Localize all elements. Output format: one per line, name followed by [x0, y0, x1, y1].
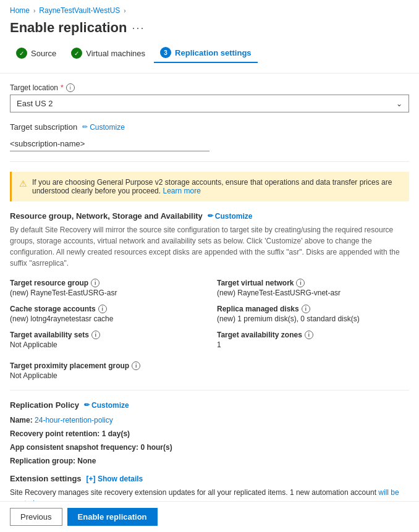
- field-cache-storage: Cache storage accounts i (new) lotng4ray…: [10, 305, 202, 323]
- avail-sets-info-icon[interactable]: i: [91, 331, 100, 339]
- resource-col-1: Target resource group i (new) RayneTest-…: [10, 279, 202, 357]
- field-key-target-vnet: Target virtual network i: [217, 279, 409, 287]
- resource-fields-grid: Target resource group i (new) RayneTest-…: [10, 279, 409, 357]
- field-key-cache-storage: Cache storage accounts i: [10, 305, 202, 313]
- extension-title: Extension settings [+] Show details: [10, 474, 409, 483]
- step-settings[interactable]: 3 Replication settings: [154, 43, 258, 63]
- enable-replication-button[interactable]: Enable replication: [67, 508, 158, 526]
- field-target-resource-group: Target resource group i (new) RayneTest-…: [10, 279, 202, 297]
- target-subscription-label: Target subscription: [10, 122, 77, 132]
- field-value-replica-disks: (new) 1 premium disk(s), 0 standard disk…: [217, 315, 409, 323]
- breadcrumb-vault[interactable]: RayneTestVault-WestUS: [39, 6, 120, 15]
- target-location-select[interactable]: East US 2 ⌄: [10, 95, 409, 112]
- policy-group-value: None: [77, 457, 96, 465]
- subscription-value: <subscription-name>: [10, 137, 210, 151]
- more-options-icon[interactable]: ···: [132, 22, 145, 35]
- footer: Previous Enable replication: [0, 501, 419, 532]
- field-value-target-avail-sets: Not Applicable: [10, 340, 202, 349]
- field-value-proximity-group: Not Applicable: [10, 371, 409, 380]
- avail-zones-info-icon[interactable]: i: [305, 331, 313, 339]
- target-location-value: East US 2: [17, 99, 53, 108]
- target-location-label: Target location * i: [10, 83, 409, 92]
- policy-name-link[interactable]: 24-hour-retention-policy: [35, 416, 113, 424]
- policy-snapshot-value: 0 hour(s): [140, 443, 172, 452]
- target-location-info-icon[interactable]: i: [66, 83, 75, 92]
- replica-disks-info-icon[interactable]: i: [302, 305, 310, 313]
- target-vnet-info-icon[interactable]: i: [296, 279, 305, 287]
- policy-recovery-value: 1 day(s): [102, 429, 130, 438]
- policy-snapshot-label: App consistent snapshot frequency:: [10, 443, 138, 452]
- field-target-avail-sets: Target availability sets i Not Applicabl…: [10, 331, 202, 349]
- field-replica-disks: Replica managed disks i (new) 1 premium …: [217, 305, 409, 323]
- field-value-target-avail-zones: 1: [217, 340, 409, 349]
- resource-customize-link[interactable]: ✏ Customize: [208, 212, 253, 221]
- field-key-target-avail-zones: Target availability zones i: [217, 331, 409, 339]
- step-vms[interactable]: ✓ Virtual machines: [65, 44, 151, 62]
- pencil-icon: ✏: [82, 123, 88, 131]
- resource-section-title: Resource group, Network, Storage and Ava…: [10, 211, 409, 221]
- field-target-vnet: Target virtual network i (new) RayneTest…: [217, 279, 409, 297]
- policy-name-label: Name:: [10, 416, 33, 424]
- step-source-check-icon: ✓: [16, 48, 27, 59]
- field-proximity-group: Target proximity placement group i Not A…: [10, 361, 409, 380]
- learn-more-link[interactable]: Learn more: [163, 187, 200, 195]
- policy-group-label: Replication group:: [10, 457, 75, 465]
- policy-section: Replication Policy ✏ Customize Name: 24-…: [10, 400, 409, 467]
- page-header: Enable replication ···: [0, 17, 419, 43]
- resource-section-description: By default Site Recovery will mirror the…: [10, 224, 409, 269]
- proximity-group-info-icon[interactable]: i: [132, 361, 140, 370]
- divider-1: [10, 161, 409, 162]
- breadcrumb-home[interactable]: Home: [10, 6, 30, 15]
- field-key-target-avail-sets: Target availability sets i: [10, 331, 202, 339]
- step-settings-number-icon: 3: [160, 47, 171, 58]
- wizard-steps: ✓ Source ✓ Virtual machines 3 Replicatio…: [0, 43, 419, 74]
- policy-recovery-label: Recovery point retention:: [10, 429, 99, 438]
- policy-group: Replication group: None: [10, 455, 409, 467]
- field-key-replica-disks: Replica managed disks i: [217, 305, 409, 313]
- breadcrumb-sep1: ›: [33, 7, 35, 14]
- step-settings-label: Replication settings: [175, 48, 252, 57]
- resource-col-2: Target virtual network i (new) RayneTest…: [217, 279, 409, 357]
- field-value-cache-storage: (new) lotng4raynetestasr cache: [10, 315, 202, 323]
- page-title: Enable replication: [10, 20, 127, 36]
- policy-name: Name: 24-hour-retention-policy: [10, 415, 409, 426]
- step-vms-check-icon: ✓: [71, 48, 82, 59]
- policy-recovery: Recovery point retention: 1 day(s): [10, 428, 409, 439]
- field-value-target-vnet: (new) RayneTest-EastUSRG-vnet-asr: [217, 289, 409, 297]
- field-key-proximity-group: Target proximity placement group i: [10, 361, 409, 370]
- breadcrumb: Home › RayneTestVault-WestUS ›: [0, 0, 419, 17]
- policy-snapshot: App consistent snapshot frequency: 0 hou…: [10, 442, 409, 453]
- policy-title: Replication Policy ✏ Customize: [10, 400, 409, 410]
- step-vms-label: Virtual machines: [86, 49, 145, 58]
- warning-triangle-icon: ⚠: [19, 179, 27, 188]
- target-subscription-row: Target subscription ✏ Customize: [10, 122, 409, 132]
- step-source-label: Source: [31, 49, 56, 58]
- resource-pencil-icon: ✏: [208, 212, 213, 220]
- show-details-link[interactable]: [+] Show details: [87, 475, 143, 483]
- cache-storage-info-icon[interactable]: i: [98, 305, 107, 313]
- main-content: Target location * i East US 2 ⌄ Target s…: [0, 74, 419, 532]
- policy-pencil-icon: ✏: [84, 401, 90, 409]
- field-key-target-resource-group: Target resource group i: [10, 279, 202, 287]
- divider-2: [10, 390, 409, 391]
- field-value-target-resource-group: (new) RayneTest-EastUSRG-asr: [10, 289, 202, 297]
- target-subscription-customize[interactable]: ✏ Customize: [82, 123, 125, 132]
- target-rg-info-icon[interactable]: i: [91, 279, 99, 287]
- step-source[interactable]: ✓ Source: [10, 44, 62, 62]
- warning-text: If you are choosing General Purpose v2 s…: [32, 178, 402, 195]
- chevron-down-icon: ⌄: [396, 99, 402, 108]
- field-target-avail-zones: Target availability zones i 1: [217, 331, 409, 349]
- previous-button[interactable]: Previous: [10, 508, 62, 526]
- policy-customize-link[interactable]: ✏ Customize: [84, 401, 129, 410]
- warning-box: ⚠ If you are choosing General Purpose v2…: [10, 172, 409, 201]
- required-indicator: *: [61, 83, 64, 92]
- breadcrumb-sep2: ›: [124, 7, 125, 14]
